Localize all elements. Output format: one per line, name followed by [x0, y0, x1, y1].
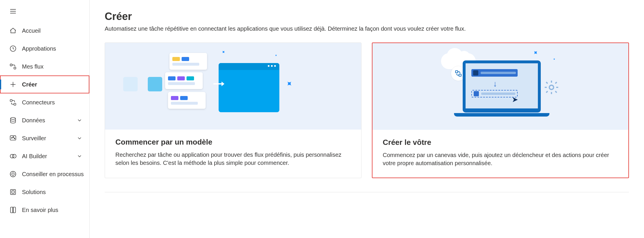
svg-rect-20: [12, 191, 14, 193]
sidebar-item-label: Approbations: [22, 45, 82, 52]
cards-row: ✦✦✦ Commencer par un modèle Recherchez p…: [105, 43, 629, 178]
chevron-down-icon: [77, 117, 82, 123]
sidebar-item-approvals[interactable]: Approbations: [0, 40, 89, 58]
card-start-from-template[interactable]: ✦✦✦ Commencer par un modèle Recherchez p…: [105, 43, 361, 178]
card-blank-title: Créer le vôtre: [383, 138, 618, 147]
svg-point-18: [12, 173, 14, 176]
connector-icon: [9, 99, 17, 106]
page-title: Créer: [105, 10, 629, 23]
svg-point-23: [549, 85, 554, 90]
svg-rect-5: [14, 67, 16, 69]
sidebar-item-label: Mes flux: [22, 63, 82, 70]
card-blank-illustration: ↓ ➤ ✦✦: [372, 43, 629, 130]
hamburger-button[interactable]: [0, 5, 89, 22]
chevron-down-icon: [77, 153, 82, 159]
sidebar-item-label: Connecteurs: [22, 99, 82, 106]
sidebar-item-label: Données: [22, 117, 71, 124]
approval-icon: [9, 45, 17, 52]
sidebar-item-label: Créer: [22, 81, 82, 88]
main-content: Créer Automatisez une tâche répétitive e…: [90, 0, 644, 238]
svg-point-10: [10, 117, 15, 119]
card-build-your-own[interactable]: ↓ ➤ ✦✦ Créer le vôtre Commencez par un c…: [372, 43, 629, 178]
svg-point-16: [12, 154, 16, 158]
learn-icon: [9, 206, 17, 214]
solutions-icon: [9, 188, 17, 196]
chevron-down-icon: [77, 135, 82, 141]
svg-rect-9: [14, 103, 16, 105]
svg-rect-21: [456, 71, 458, 73]
data-icon: [9, 117, 17, 124]
sidebar-item-home[interactable]: Accueil: [0, 22, 89, 40]
svg-point-15: [10, 154, 14, 158]
sidebar-item-label: Accueil: [22, 27, 82, 34]
svg-rect-22: [459, 74, 461, 76]
card-blank-desc: Commencez par un canevas vide, puis ajou…: [383, 151, 618, 167]
sidebar-item-solutions[interactable]: Solutions: [0, 183, 89, 201]
advisor-icon: [9, 170, 17, 178]
gear-icon: [543, 79, 560, 95]
section-divider: [105, 192, 629, 192]
svg-rect-8: [10, 99, 12, 102]
svg-rect-19: [10, 189, 15, 194]
sidebar-item-advisor[interactable]: Conseiller en processus: [0, 165, 89, 183]
page-subtitle: Automatisez une tâche répétitive en conn…: [105, 25, 629, 32]
card-template-title: Commencer par un modèle: [115, 138, 351, 147]
sidebar-item-label: Solutions: [22, 189, 82, 195]
sidebar-item-data[interactable]: Données: [0, 111, 89, 129]
svg-point-17: [10, 171, 16, 177]
sidebar-item-learn[interactable]: En savoir plus: [0, 201, 89, 219]
home-icon: [9, 27, 17, 34]
sidebar-item-monitor[interactable]: Surveiller: [0, 129, 89, 147]
sidebar-item-label: Conseiller en processus: [22, 171, 84, 178]
flow-icon: [9, 63, 17, 70]
aibuilder-icon: [9, 152, 17, 160]
sidebar-item-label: Surveiller: [22, 135, 71, 142]
plus-icon: [9, 81, 17, 88]
sidebar: AccueilApprobationsMes fluxCréerConnecte…: [0, 0, 90, 238]
svg-rect-4: [10, 64, 12, 66]
sidebar-item-myflows[interactable]: Mes flux: [0, 58, 89, 75]
sidebar-item-connectors[interactable]: Connecteurs: [0, 93, 89, 111]
sidebar-item-aibuilder[interactable]: AI Builder: [0, 147, 89, 165]
card-template-illustration: ✦✦✦: [105, 43, 361, 130]
card-template-desc: Recherchez par tâche ou application pour…: [115, 151, 351, 167]
hamburger-icon: [9, 8, 17, 15]
cursor-icon: ➤: [512, 95, 518, 104]
sidebar-item-label: En savoir plus: [22, 207, 82, 213]
sidebar-item-label: AI Builder: [22, 153, 71, 160]
monitor-icon: [9, 134, 17, 142]
svg-rect-11: [10, 136, 16, 140]
sidebar-item-create[interactable]: Créer: [0, 75, 89, 93]
